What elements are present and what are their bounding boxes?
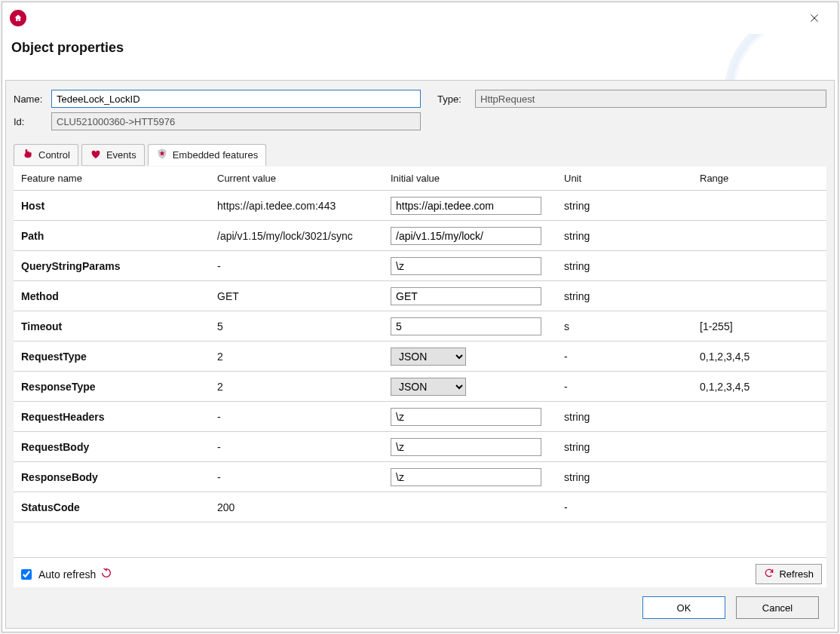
content-area: Name: Type: Id: Control Events	[5, 80, 835, 629]
feature-name: QueryStringParams	[14, 251, 210, 281]
features-grid: Feature name Current value Initial value…	[14, 167, 826, 522]
initial-value	[383, 221, 556, 251]
dialog-window: Object properties Name: Type: Id: Contro…	[2, 2, 838, 632]
close-button[interactable]	[799, 6, 830, 30]
tab-control-label: Control	[38, 149, 70, 161]
tab-events-label: Events	[106, 149, 136, 161]
unit-value: string	[556, 251, 692, 281]
feature-name: Path	[14, 221, 210, 251]
tab-embedded-label: Embedded features	[173, 149, 258, 161]
feature-name: RequestBody	[14, 432, 210, 462]
initial-value	[383, 462, 556, 492]
feature-name: ResponseBody	[14, 462, 210, 492]
auto-refresh-checkbox[interactable]	[21, 569, 32, 580]
refresh-icon	[100, 567, 112, 581]
tab-events[interactable]: Events	[81, 144, 145, 166]
unit-value: -	[556, 342, 692, 372]
initial-input[interactable]	[391, 468, 541, 486]
range-value	[692, 281, 826, 311]
feature-name: ResponseType	[14, 372, 210, 402]
range-value	[692, 221, 826, 251]
initial-select[interactable]: JSON	[391, 378, 466, 396]
initial-value	[383, 432, 556, 462]
range-value	[692, 191, 826, 221]
range-value	[692, 251, 826, 281]
current-value: -	[210, 432, 383, 462]
refresh-button[interactable]: Refresh	[756, 564, 822, 584]
unit-value: string	[556, 191, 692, 221]
current-value: /api/v1.15/my/lock/3021/sync	[210, 221, 383, 251]
current-value: -	[210, 251, 383, 281]
range-value: 0,1,2,3,4,5	[692, 342, 826, 372]
tab-control[interactable]: Control	[14, 144, 78, 166]
type-label: Type:	[437, 93, 469, 105]
header: Object properties	[2, 34, 838, 80]
feature-name: RequestHeaders	[14, 402, 210, 432]
initial-value: JSON	[383, 342, 556, 372]
range-value	[692, 402, 826, 432]
unit-value: s	[556, 311, 692, 342]
name-label: Name:	[14, 93, 45, 105]
current-value: -	[210, 402, 383, 432]
col-initial: Initial value	[383, 167, 556, 191]
current-value: https://api.tedee.com:443	[210, 191, 383, 221]
grid-footer: Auto refresh Refresh	[14, 557, 826, 587]
range-value: 0,1,2,3,4,5	[692, 372, 826, 402]
hand-icon	[22, 148, 34, 162]
initial-value	[383, 492, 556, 522]
unit-value: string	[556, 432, 692, 462]
initial-input[interactable]	[391, 227, 541, 245]
range-value	[692, 492, 826, 522]
cancel-button[interactable]: Cancel	[736, 596, 819, 619]
tab-embedded[interactable]: Embedded features	[148, 144, 266, 166]
initial-value	[383, 281, 556, 311]
initial-value	[383, 191, 556, 221]
dialog-button-row: OK Cancel	[14, 587, 826, 620]
unit-value: string	[556, 462, 692, 492]
feature-name: Timeout	[14, 311, 210, 342]
features-panel: Feature name Current value Initial value…	[14, 167, 826, 587]
unit-value: -	[556, 372, 692, 402]
initial-input[interactable]	[391, 257, 541, 275]
refresh-button-label: Refresh	[779, 568, 814, 580]
initial-input[interactable]	[391, 317, 541, 335]
col-feature: Feature name	[14, 167, 210, 191]
initial-select[interactable]: JSON	[391, 348, 466, 366]
initial-value	[383, 311, 556, 342]
id-row: Id:	[14, 112, 826, 130]
range-value	[692, 432, 826, 462]
name-input[interactable]	[51, 90, 421, 108]
current-value: 2	[210, 372, 383, 402]
current-value: 2	[210, 342, 383, 372]
title-bar	[2, 2, 838, 34]
star-shield-icon	[156, 148, 168, 162]
initial-value: JSON	[383, 372, 556, 402]
id-input	[51, 112, 421, 130]
range-value: [1-255]	[692, 311, 826, 342]
current-value: 200	[210, 492, 383, 522]
name-row: Name: Type:	[14, 90, 826, 108]
feature-name: RequestType	[14, 342, 210, 372]
initial-input[interactable]	[391, 197, 541, 215]
feature-name: StatusCode	[14, 492, 210, 522]
initial-input[interactable]	[391, 287, 541, 305]
initial-input[interactable]	[391, 408, 541, 426]
hearts-icon	[90, 148, 102, 162]
initial-input[interactable]	[391, 438, 541, 456]
unit-value: string	[556, 221, 692, 251]
feature-name: Host	[14, 191, 210, 221]
auto-refresh-group[interactable]: Auto refresh	[18, 567, 112, 582]
current-value: 5	[210, 311, 383, 342]
unit-value: string	[556, 281, 692, 311]
current-value: GET	[210, 281, 383, 311]
feature-name: Method	[14, 281, 210, 311]
unit-value: -	[556, 492, 692, 522]
col-current: Current value	[210, 167, 383, 191]
ok-button[interactable]: OK	[642, 596, 725, 619]
home-icon[interactable]	[10, 10, 26, 26]
col-unit: Unit	[556, 167, 692, 191]
tab-strip: Control Events Embedded features	[14, 144, 826, 167]
auto-refresh-label: Auto refresh	[38, 568, 96, 580]
col-range: Range	[692, 167, 826, 191]
range-value	[692, 462, 826, 492]
